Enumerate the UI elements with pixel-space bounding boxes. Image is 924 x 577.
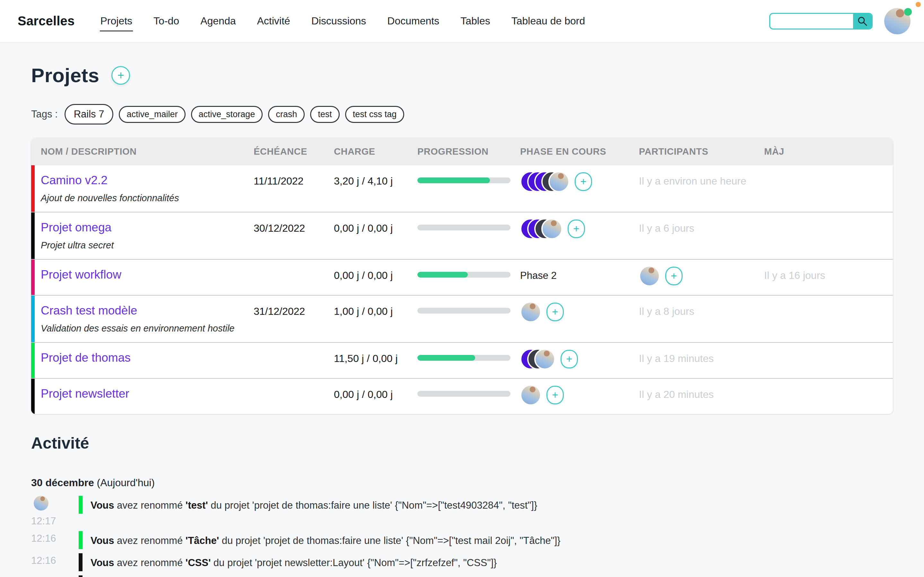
nav-item[interactable]: Activité	[256, 12, 290, 30]
activity-item: 12:17 Vous avez renommé 'test' du projet…	[31, 496, 893, 527]
nav-item[interactable]: Discussions	[311, 12, 367, 30]
projects-table: NOM / DESCRIPTION ÉCHÉANCE CHARGE PROGRE…	[31, 138, 893, 414]
column-header: PROGRESSION	[418, 146, 520, 157]
participant-avatar[interactable]	[541, 218, 563, 239]
participants-cell: +	[639, 265, 764, 287]
participant-avatar[interactable]	[639, 265, 660, 287]
project-link[interactable]: Crash test modèle	[41, 304, 137, 318]
project-charge: 1,00 j / 0,00 j	[334, 304, 418, 318]
project-link[interactable]: Projet newsletter	[41, 387, 129, 400]
tag-pill[interactable]: crash	[268, 106, 305, 123]
participants-cell: +	[520, 384, 639, 406]
participants-cell: +	[520, 301, 639, 322]
project-color-strip	[31, 296, 35, 342]
nav-item[interactable]: Tables	[460, 12, 491, 30]
project-progress-cell	[418, 351, 520, 361]
project-link[interactable]: Projet omega	[41, 221, 111, 234]
add-participant-button[interactable]: +	[568, 219, 585, 238]
add-participant-button[interactable]: +	[547, 386, 564, 405]
project-updated: Il y a 6 jours	[639, 221, 764, 234]
add-project-button[interactable]: +	[111, 66, 130, 85]
column-header: MÀJ	[764, 146, 893, 157]
project-updated: Il y a 8 jours	[639, 304, 764, 318]
search-input[interactable]	[770, 14, 853, 29]
activity-item-left: 12:15	[31, 575, 79, 577]
search-button[interactable]	[853, 14, 872, 29]
project-row: Crash test modèle Validation des essais …	[31, 295, 893, 342]
project-name-cell: Projet workflow	[31, 268, 254, 281]
project-name-cell: Crash test modèle Validation des essais …	[31, 304, 254, 334]
activity-user: Vous	[90, 535, 114, 546]
add-participant-button[interactable]: +	[547, 303, 564, 321]
activity-date: 30 décembre	[31, 477, 94, 488]
project-charge: 3,20 j / 4,10 j	[334, 174, 418, 187]
nav-item[interactable]: Documents	[387, 12, 440, 30]
activity-color-bar	[79, 531, 82, 549]
tag-pill[interactable]: active_mailer	[119, 106, 185, 123]
project-due-date	[254, 268, 334, 269]
project-link[interactable]: Projet de thomas	[41, 351, 131, 364]
table-header-row: NOM / DESCRIPTION ÉCHÉANCE CHARGE PROGRE…	[31, 138, 893, 165]
user-avatar[interactable]	[884, 8, 911, 34]
project-updated: Il y a 20 minutes	[639, 387, 764, 400]
activity-item-left: 12:16	[31, 553, 79, 566]
project-due-date: 11/11/2022	[254, 174, 334, 187]
project-link[interactable]: Projet workflow	[41, 268, 121, 281]
project-charge: 0,00 j / 0,00 j	[334, 387, 418, 400]
column-header: PARTICIPANTS	[639, 146, 764, 157]
page-title: Projets	[31, 64, 99, 87]
activity-action: avez renommé	[114, 500, 185, 511]
participant-avatars	[520, 218, 563, 239]
project-color-strip	[31, 343, 35, 378]
activity-user: Vous	[90, 557, 114, 568]
activity-color-bar	[79, 553, 82, 571]
column-header: CHARGE	[334, 146, 418, 157]
project-row: Projet workflow 0,00 j / 0,00 j Phase 2	[31, 259, 893, 295]
participant-avatar[interactable]	[534, 348, 555, 370]
participant-avatar[interactable]	[520, 301, 541, 322]
column-header: ÉCHÉANCE	[254, 146, 334, 157]
activity-text: Vous avez renommé 'test' du projet 'proj…	[90, 496, 537, 512]
project-description: Validation des essais en environnement h…	[41, 323, 254, 334]
activity-item: 12:16 Vous avez renommé 'CSS' du projet …	[31, 553, 893, 571]
project-due-date: 31/12/2022	[254, 304, 334, 318]
nav-item[interactable]: To-do	[153, 12, 180, 30]
activity-item: 12:15 Vous avez renommé 'Layout' du proj…	[31, 575, 893, 577]
activity-date-suffix: (Aujourd'hui)	[94, 477, 155, 488]
add-participant-button[interactable]: +	[575, 172, 592, 191]
participants-cell: +	[520, 348, 639, 370]
nav-item[interactable]: Projets	[100, 12, 133, 30]
progress-bar	[418, 225, 511, 230]
project-row: Projet de thomas 11,50 j / 0,00 j	[31, 342, 893, 378]
project-progress-cell	[418, 304, 520, 314]
project-due-date	[254, 351, 334, 353]
project-charge: 0,00 j / 0,00 j	[334, 221, 418, 234]
activity-text: Vous avez renommé 'Tâche' du projet 'pro…	[90, 531, 561, 548]
add-participant-button[interactable]: +	[665, 267, 682, 285]
progress-bar	[418, 272, 511, 277]
tag-pill[interactable]: test css tag	[345, 106, 405, 123]
activity-time: 12:15	[31, 575, 79, 577]
add-participant-button[interactable]: +	[561, 350, 578, 368]
tag-pill[interactable]: active_storage	[191, 106, 263, 123]
nav-item[interactable]: Tableau de bord	[511, 12, 586, 30]
tag-pill[interactable]: test	[310, 106, 340, 123]
project-phase: Phase 2	[520, 268, 639, 281]
project-progress-cell	[418, 174, 520, 183]
notification-dot	[916, 2, 921, 7]
project-link[interactable]: Camino v2.2	[41, 174, 108, 187]
participant-avatars	[520, 384, 541, 406]
app-logo[interactable]: Sarcelles	[18, 14, 75, 28]
progress-bar-fill	[418, 355, 475, 361]
activity-user: Vous	[90, 500, 114, 511]
project-row: Projet newsletter 0,00 j / 0,00 j	[31, 378, 893, 414]
participant-avatar[interactable]	[548, 171, 569, 192]
nav-item[interactable]: Agenda	[200, 12, 236, 30]
project-progress-cell	[418, 268, 520, 277]
activity-detail: du projet 'projet de thomas:faire une li…	[219, 535, 561, 546]
participant-avatar[interactable]	[520, 384, 541, 406]
project-updated: Il y a 16 jours	[764, 268, 893, 281]
participant-avatars	[520, 348, 555, 370]
online-status-dot	[904, 8, 912, 16]
tag-pill[interactable]: Rails 7	[65, 104, 114, 124]
